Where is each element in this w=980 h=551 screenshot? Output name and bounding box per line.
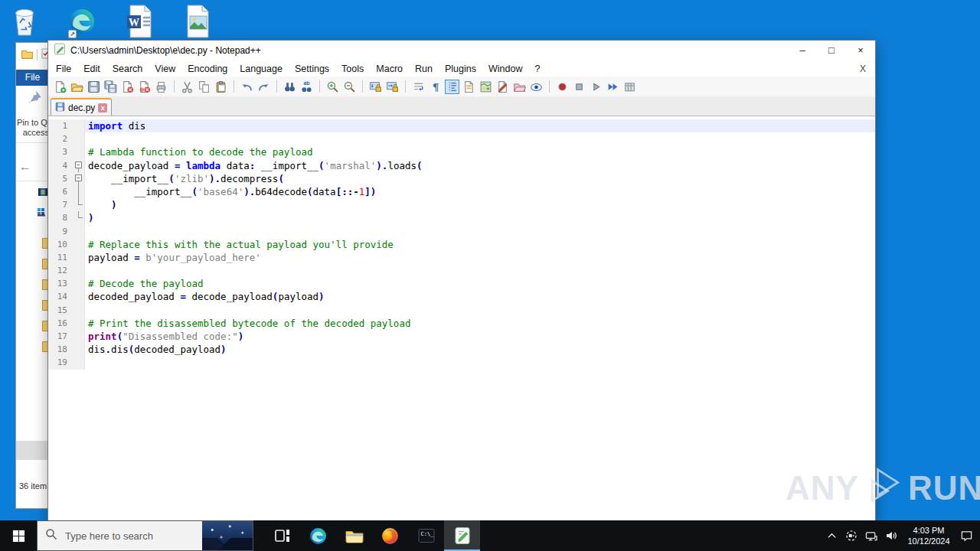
folder-as-workspace-icon[interactable]	[512, 80, 527, 94]
menu-language[interactable]: Language	[234, 64, 289, 74]
menu-search[interactable]: Search	[106, 64, 149, 74]
sync-scroll-v-icon[interactable]	[368, 80, 383, 94]
editor-line[interactable]: 5− __import__('zlib').decompress(	[48, 172, 875, 185]
editor-line[interactable]: 4−decode_payload = lambda data: __import…	[48, 159, 875, 172]
editor-line[interactable]: 7 )	[48, 198, 875, 211]
desktop-icon-image-file[interactable]	[180, 3, 214, 40]
chevron-up-icon[interactable]	[822, 520, 841, 551]
editor-line[interactable]: 9	[48, 225, 875, 238]
pin-icon[interactable]	[26, 89, 43, 109]
zoom-out-icon[interactable]	[342, 80, 357, 94]
open-folder-icon[interactable]	[70, 80, 84, 94]
video-file-icon[interactable]	[38, 187, 48, 201]
editor-line[interactable]: 3# Lambda function to decode the payload	[48, 145, 875, 158]
editor-line[interactable]: 1import dis	[48, 119, 875, 132]
taskbar-app-edge[interactable]	[300, 520, 336, 551]
maximize-button[interactable]: □	[817, 41, 846, 60]
menu-macro[interactable]: Macro	[370, 64, 409, 74]
tab-dec-py[interactable]: dec.py x	[51, 98, 112, 116]
show-all-chars-icon[interactable]: ¶	[428, 80, 443, 94]
fold-margin[interactable]: −	[73, 172, 85, 185]
editor-line[interactable]: 18dis.dis(decoded_payload)	[48, 343, 875, 356]
desktop-icon-word-document[interactable]: W	[122, 3, 156, 40]
explorer-file-tab[interactable]: File	[16, 70, 48, 86]
selected-file-row[interactable]	[16, 441, 48, 460]
paste-icon[interactable]	[214, 80, 228, 94]
editor-line[interactable]: 14decoded_payload = decode_payload(paylo…	[48, 290, 875, 303]
menu-window[interactable]: Window	[482, 64, 528, 74]
taskbar-clock[interactable]: 4:03 PM10/12/2024	[902, 525, 956, 546]
redo-icon[interactable]	[256, 80, 271, 94]
editor-line[interactable]: 8)	[48, 211, 875, 224]
menu-[interactable]: ?	[528, 64, 546, 74]
code-editor[interactable]: 1import dis23# Lambda function to decode…	[48, 116, 875, 522]
editor-line[interactable]: 10# Replace this with the actual payload…	[48, 238, 875, 251]
spotlight-image[interactable]	[202, 521, 253, 550]
taskbar-app-task-view[interactable]	[264, 520, 300, 551]
word-wrap-icon[interactable]	[411, 80, 426, 94]
taskbar-search[interactable]: Type here to search	[37, 520, 253, 551]
editor-line[interactable]: 16# Print the disassembled bytecode of t…	[48, 317, 875, 330]
meet-now-icon[interactable]	[842, 520, 861, 551]
macro-stop-icon[interactable]	[572, 80, 586, 94]
menu-settings[interactable]: Settings	[289, 64, 335, 74]
file-explorer-window[interactable]: File Pin to Quaccess ← 36 item	[15, 42, 48, 509]
taskbar-app-notepad-plus-plus[interactable]	[444, 520, 480, 551]
save-all-icon[interactable]	[103, 80, 118, 94]
zoom-in-icon[interactable]	[325, 80, 340, 94]
editor-line[interactable]: 11payload = b'your_payload_here'	[48, 251, 875, 264]
editor-line[interactable]: 12	[48, 264, 875, 277]
taskbar-app-firefox[interactable]	[372, 520, 408, 551]
indent-guide-icon[interactable]	[445, 80, 459, 94]
tab-close-icon[interactable]: x	[98, 103, 107, 112]
editor-line[interactable]: 13# Decode the payload	[48, 277, 875, 290]
editor-line[interactable]: 19	[48, 356, 875, 369]
menu-edit[interactable]: Edit	[77, 64, 106, 74]
menu-tools[interactable]: Tools	[335, 64, 370, 74]
sync-scroll-h-icon[interactable]	[385, 80, 400, 94]
macro-save-icon[interactable]	[622, 80, 637, 94]
desktop-icon-edge-shortcut[interactable]: ↗	[65, 3, 99, 40]
quick-access-folder-icon[interactable]	[21, 47, 34, 64]
function-list-icon[interactable]	[462, 80, 476, 94]
document-monitor-icon[interactable]	[529, 80, 544, 94]
menu-encoding[interactable]: Encoding	[181, 64, 234, 74]
macro-play-icon[interactable]	[589, 80, 603, 94]
replace-icon[interactable]: ab	[299, 80, 314, 94]
menu-file[interactable]: File	[50, 64, 77, 74]
taskbar-app-file-explorer[interactable]	[336, 520, 372, 551]
print-icon[interactable]	[154, 80, 168, 94]
editor-line[interactable]: 2	[48, 132, 875, 145]
document-list-icon[interactable]	[495, 80, 510, 94]
network-icon[interactable]	[862, 520, 880, 551]
cut-icon[interactable]	[180, 80, 194, 94]
close-button[interactable]: ×	[846, 41, 875, 60]
fold-margin[interactable]: −	[73, 159, 85, 172]
save-icon[interactable]	[87, 80, 101, 94]
macro-run-multiple-icon[interactable]	[606, 80, 620, 94]
document-map-icon[interactable]	[479, 80, 493, 94]
action-center-icon[interactable]	[957, 520, 975, 551]
editor-line[interactable]: 17print("Disassembled code:")	[48, 330, 875, 343]
desktop-icon-recycle-bin[interactable]	[8, 3, 41, 40]
menu-run[interactable]: Run	[409, 64, 439, 74]
volume-icon[interactable]	[882, 520, 900, 551]
taskbar-app-cmd[interactable]: C:\_	[408, 520, 444, 551]
back-button[interactable]: ←	[19, 160, 31, 174]
new-file-icon[interactable]	[53, 80, 67, 94]
menu-plugins[interactable]: Plugins	[439, 64, 482, 74]
undo-icon[interactable]	[240, 80, 254, 94]
close-doc-icon[interactable]	[120, 80, 135, 94]
editor-line[interactable]: 6 __import__('base64').b64decode(data[::…	[48, 185, 875, 198]
minimize-button[interactable]: –	[788, 41, 817, 60]
macro-record-icon[interactable]	[555, 80, 570, 94]
app-file-icon[interactable]	[37, 206, 46, 220]
titlebar[interactable]: C:\Users\admin\Desktop\e\dec.py - Notepa…	[48, 41, 875, 60]
menu-view[interactable]: View	[149, 64, 181, 74]
doc-close-x[interactable]: X	[860, 64, 866, 74]
copy-icon[interactable]	[197, 80, 211, 94]
find-icon[interactable]	[283, 80, 297, 94]
editor-line[interactable]: 15	[48, 304, 875, 317]
close-all-docs-icon[interactable]	[137, 80, 152, 94]
start-button[interactable]	[0, 520, 37, 551]
